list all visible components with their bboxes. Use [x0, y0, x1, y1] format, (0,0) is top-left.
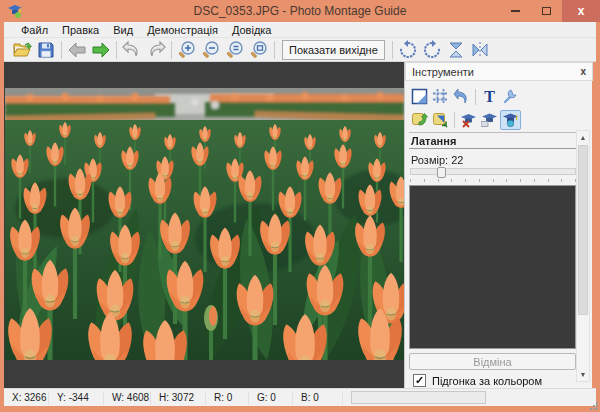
tools-panel: Інструменти x: [404, 62, 592, 388]
section-divider: [409, 148, 577, 149]
remove-object-icon: [460, 111, 477, 128]
settings-icon: [502, 88, 519, 105]
restore-icon: [453, 88, 470, 105]
forward-button[interactable]: [89, 39, 113, 61]
rotate-object-tool-button[interactable]: [409, 110, 430, 130]
open-icon: [12, 40, 32, 60]
clone-object-tool-button[interactable]: [479, 110, 500, 130]
status-b: B: 0: [293, 391, 343, 405]
status-x: X: 3266: [4, 391, 49, 405]
size-slider-thumb[interactable]: [437, 167, 446, 178]
flip-vertical-icon: [446, 40, 466, 60]
image-canvas[interactable]: [4, 62, 404, 388]
flip-vertical-button[interactable]: [444, 39, 468, 61]
status-r: R: 0: [206, 391, 249, 405]
crop-icon: [432, 88, 449, 105]
status-g: G: 0: [249, 391, 293, 405]
maximize-button[interactable]: [531, 0, 562, 22]
undo-icon: [122, 40, 142, 60]
scroll-up-icon[interactable]: ▲: [577, 131, 589, 144]
minimize-icon: [511, 10, 520, 12]
remove-object-tool-button[interactable]: [458, 110, 479, 130]
zoom-out-icon: [201, 40, 221, 60]
zoom-fit-button[interactable]: [247, 39, 271, 61]
app-window: DSC_0353.JPG - Photo Montage Guide x Фай…: [0, 0, 600, 412]
resize-grip[interactable]: [589, 401, 598, 410]
forward-icon: [91, 40, 111, 60]
back-icon: [67, 40, 87, 60]
menu-view[interactable]: Вид: [106, 24, 140, 36]
move-object-icon: [432, 111, 449, 128]
color-fit-label: Підгонка за кольором: [432, 375, 542, 387]
status-progress-box: [351, 391, 486, 404]
rotate-object-icon: [411, 111, 428, 128]
title-bar: DSC_0353.JPG - Photo Montage Guide x: [0, 0, 600, 22]
menu-demo[interactable]: Демонстрація: [140, 24, 225, 36]
zoom-actual-icon: [225, 40, 245, 60]
rotate-cw-button[interactable]: [396, 39, 420, 61]
resize-tool-button[interactable]: [409, 87, 430, 107]
restore-tool-button[interactable]: [451, 87, 472, 107]
menu-bar: Файл Правка Вид Демонстрація Довідка: [4, 22, 596, 38]
tool-row-2: [409, 109, 521, 130]
clone-object-icon: [481, 111, 498, 128]
redo-icon: [146, 40, 166, 60]
tool-row-1: T: [409, 86, 521, 107]
panel-close-icon[interactable]: x: [580, 66, 586, 77]
menu-edit[interactable]: Правка: [55, 24, 106, 36]
undo-button[interactable]: [120, 39, 144, 61]
toolbar-separator: [61, 41, 62, 59]
flip-horizontal-icon: [470, 40, 490, 60]
toolbar-separator: [116, 41, 117, 59]
text-icon: T: [481, 88, 498, 105]
crop-tool-button[interactable]: [430, 87, 451, 107]
show-original-button[interactable]: Показати вихідне: [282, 40, 385, 60]
menu-help[interactable]: Довідка: [225, 24, 279, 36]
toolbar: Показати вихідне: [4, 38, 596, 62]
status-bar: X: 3266 Y: -344 W: 4608 H: 3072 R: 0 G: …: [4, 388, 596, 406]
text-tool-button[interactable]: T: [479, 87, 500, 107]
tools-panel-title: Інструменти: [412, 66, 474, 78]
patch-tool-button[interactable]: [500, 110, 521, 130]
zoom-in-icon: [177, 40, 197, 60]
move-object-tool-button[interactable]: [430, 110, 451, 130]
toolbar-separator: [171, 41, 172, 59]
svg-text:T: T: [484, 88, 495, 105]
patch-icon: [502, 111, 519, 128]
panel-scrollbar[interactable]: ▲ ▼: [576, 130, 590, 382]
close-button[interactable]: x: [562, 0, 600, 22]
zoom-actual-button[interactable]: [223, 39, 247, 61]
color-fit-row[interactable]: ✓ Підгонка за кольором: [413, 374, 542, 387]
color-fit-checkbox[interactable]: ✓: [413, 374, 426, 387]
toolbar-separator: [274, 41, 275, 59]
settings-tool-button[interactable]: [500, 87, 521, 107]
redo-button[interactable]: [144, 39, 168, 61]
cancel-button[interactable]: Відміна: [409, 353, 576, 370]
patch-section-title: Латання: [411, 135, 456, 147]
patch-preview: [409, 185, 576, 349]
rotate-ccw-button[interactable]: [420, 39, 444, 61]
rotate-ccw-icon: [422, 40, 442, 60]
zoom-out-button[interactable]: [199, 39, 223, 61]
minimize-button[interactable]: [500, 0, 531, 22]
zoom-fit-icon: [249, 40, 269, 60]
save-button[interactable]: [34, 39, 58, 61]
scrollbar-thumb[interactable]: [578, 145, 588, 315]
open-button[interactable]: [10, 39, 34, 61]
menu-file[interactable]: Файл: [14, 24, 55, 36]
size-slider[interactable]: [410, 168, 576, 175]
resize-icon: [411, 88, 428, 105]
save-icon: [37, 41, 55, 59]
status-y: Y: -344: [49, 391, 104, 405]
size-label: Розмір: 22: [411, 154, 463, 166]
status-h: H: 3072: [151, 391, 206, 405]
zoom-in-button[interactable]: [175, 39, 199, 61]
panel-separator: [454, 112, 455, 128]
slider-ticks: [410, 179, 576, 182]
scroll-down-icon[interactable]: ▼: [577, 368, 589, 381]
photo-tulips: [5, 88, 404, 360]
flip-horizontal-button[interactable]: [468, 39, 492, 61]
panel-separator: [475, 89, 476, 105]
tools-panel-header[interactable]: Інструменти x: [405, 62, 593, 81]
back-button[interactable]: [65, 39, 89, 61]
